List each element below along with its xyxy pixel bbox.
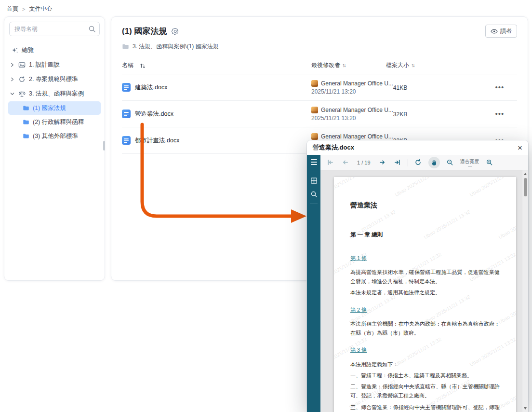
avatar	[311, 80, 318, 87]
modified-timestamp: 2025/11/21 13:20	[311, 88, 393, 95]
sidebar: 總覽 1. 設計圖說 2. 專案規範與標準	[4, 16, 105, 281]
folder-icon	[23, 133, 29, 139]
hand-tool-icon[interactable]	[428, 157, 440, 168]
zoom-in-icon[interactable]	[485, 157, 494, 168]
sidebar-item-label: (3) 其他外部標準	[33, 132, 78, 140]
scale-icon	[18, 90, 26, 97]
gear-icon[interactable]	[172, 27, 179, 35]
reader-button[interactable]: 讀者	[485, 25, 517, 38]
page-indicator: 1 / 19	[357, 160, 371, 165]
zoom-mode-select[interactable]: 適合寬度	[460, 158, 479, 167]
file-name[interactable]: 建築法.docx	[135, 83, 167, 92]
sidebar-item-overview[interactable]: 總覽	[4, 43, 105, 57]
breadcrumb-separator: >	[22, 6, 25, 12]
preview-title: 營造業法.docx	[313, 143, 354, 152]
article-paragraph: 二、營造業：係指經向中央或直轄市、縣（市）主管機關辦理許可、登記，承攬營繕工程之…	[350, 382, 500, 401]
page-title: (1) 國家法規	[122, 26, 167, 37]
article-paragraph: 三、綜合營造業：係指經向中央主管機關辦理許可、登記，綜理營繕工程施工及管理等整體…	[350, 403, 500, 412]
article-link[interactable]: 第 3 條	[350, 345, 367, 355]
zoom-out-icon[interactable]	[445, 157, 455, 168]
folder-icon	[122, 43, 129, 50]
column-header-size[interactable]: 檔案大小	[386, 62, 409, 69]
article-paragraph: 本法用語定義如下：	[350, 360, 500, 369]
sidebar-item-label: 1. 設計圖說	[29, 61, 60, 69]
sidebar-scrollbar-thumb[interactable]	[103, 141, 105, 151]
file-size: 41KB	[393, 84, 407, 91]
document-title: 營造業法	[350, 199, 500, 211]
sort-icon: ↑↓	[411, 62, 414, 68]
search-box	[9, 22, 100, 36]
sort-icon: ↑↓	[342, 62, 346, 68]
eye-icon	[491, 28, 498, 34]
chevron-right-icon	[10, 63, 14, 67]
sidebar-item-regulations[interactable]: 3. 法規、函釋與案例	[4, 86, 105, 101]
thumbnails-grid-icon[interactable]	[310, 177, 318, 184]
viewer-scrollbar[interactable]	[522, 170, 528, 412]
column-header-modified[interactable]: 最後修改者	[311, 62, 340, 69]
document-search-icon[interactable]	[310, 191, 318, 198]
breadcrumb-current[interactable]: 文件中心	[29, 5, 52, 13]
sidebar-item-label: 2. 專案規範與標準	[29, 75, 78, 83]
search-icon	[88, 25, 96, 33]
column-header-name[interactable]: 名稱	[122, 61, 133, 69]
sidebar-item-other-external-standards[interactable]: (3) 其他外部標準	[8, 129, 101, 143]
modifier-name: General Manager Office U...	[321, 80, 393, 87]
folder-icon	[23, 105, 29, 111]
scroll-down-icon[interactable]	[524, 407, 527, 410]
folder-tree: 總覽 1. 設計圖說 2. 專案規範與標準	[4, 39, 105, 147]
file-table: 名稱 最後修改者↑↓ 檔案大小↑↓ 建築法.docx	[122, 58, 517, 154]
more-actions-button[interactable]: •••	[495, 110, 505, 118]
table-row[interactable]: 營造業法.docx General Manager Office U... 20…	[122, 101, 517, 127]
document-page: Ubao 2025/11/21 13:32Ubao 2025/11/21 13:…	[334, 177, 516, 412]
preview-popup: 營造業法.docx ×	[307, 140, 528, 412]
article-link[interactable]: 第 2 條	[350, 305, 367, 315]
sidebar-item-design-drawings[interactable]: 1. 設計圖說	[4, 57, 105, 72]
article-link[interactable]: 第 1 條	[350, 254, 367, 263]
rotate-icon[interactable]	[413, 157, 423, 168]
file-size: 32KB	[393, 111, 407, 118]
sync-icon	[18, 76, 26, 83]
preview-titlebar: 營造業法.docx ×	[307, 140, 528, 155]
chevron-right-icon	[10, 77, 14, 82]
sparkle-icon	[11, 47, 18, 54]
sidebar-item-administrative-interpretations[interactable]: (2) 行政解釋與函釋	[8, 115, 101, 129]
folder-path: 3. 法規、函釋與案例\(1) 國家法規	[122, 42, 517, 51]
first-page-icon[interactable]	[325, 157, 335, 168]
docx-file-icon	[122, 136, 131, 145]
more-actions-button[interactable]: •••	[495, 83, 505, 91]
image-icon	[18, 61, 26, 69]
last-page-icon[interactable]	[393, 157, 402, 168]
document-content: 營造業法 第 一 章 總則 第 1 條 為提高營造業技術水準，確保營繕工程施工品…	[334, 177, 516, 412]
docx-file-icon	[122, 110, 131, 118]
modified-timestamp: 2025/11/21 13:20	[311, 115, 393, 122]
table-row[interactable]: 建築法.docx General Manager Office U... 202…	[122, 74, 517, 101]
sidebar-item-project-standards[interactable]: 2. 專案規範與標準	[4, 72, 105, 86]
sidebar-item-national-laws[interactable]: (1) 國家法規	[8, 101, 101, 115]
sidebar-item-label: 總覽	[22, 46, 34, 55]
folder-icon	[23, 119, 29, 125]
reader-button-label: 讀者	[500, 27, 512, 35]
zoom-mode-label: 適合寬度	[460, 158, 479, 165]
article-paragraph: 一、營繕工程：係指土木、建築工程及其相關業務。	[350, 371, 500, 380]
scrollbar-thumb[interactable]	[524, 178, 527, 196]
sidebar-toggle-icon[interactable]	[311, 159, 317, 165]
search-input[interactable]	[9, 22, 100, 36]
previous-page-icon[interactable]	[340, 157, 350, 168]
rail-divider	[310, 171, 318, 171]
file-name[interactable]: 都市計畫法.docx	[135, 137, 179, 145]
sidebar-item-label: (2) 行政解釋與函釋	[33, 118, 84, 126]
table-header: 名稱 最後修改者↑↓ 檔案大小↑↓	[122, 58, 517, 74]
document-viewport: Ubao 2025/11/21 13:32Ubao 2025/11/21 13:…	[320, 170, 528, 412]
scroll-up-icon[interactable]	[524, 173, 527, 175]
article-paragraph: 本法未規定者，適用其他法律之規定。	[350, 288, 500, 297]
article-paragraph: 為提高營造業技術水準，確保營繕工程施工品質，促進營造業健全發展，增進公共福祉，特…	[350, 268, 500, 287]
file-name[interactable]: 營造業法.docx	[135, 110, 173, 118]
viewer-rail	[307, 155, 320, 412]
sidebar-item-label: 3. 法規、函釋與案例	[29, 90, 84, 98]
modifier-name: General Manager Office U...	[321, 133, 393, 140]
next-page-icon[interactable]	[378, 157, 387, 168]
breadcrumb-home[interactable]: 首頁	[7, 5, 18, 13]
zoom-mode-caret	[468, 166, 472, 167]
close-icon[interactable]: ×	[518, 144, 522, 152]
toolbar-divider	[408, 159, 408, 166]
